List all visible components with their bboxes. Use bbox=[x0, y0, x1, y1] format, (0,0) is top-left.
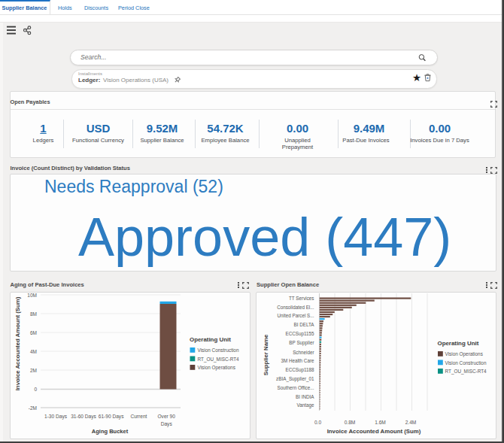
svg-text:2.4M: 2.4M bbox=[405, 420, 417, 425]
svg-text:Invoice Accounted Amount (Sum): Invoice Accounted Amount (Sum) bbox=[327, 428, 421, 435]
svg-text:Over 90: Over 90 bbox=[157, 414, 175, 419]
svg-text:-2M: -2M bbox=[29, 405, 37, 411]
svg-text:8M: 8M bbox=[30, 311, 37, 317]
svg-text:TT Services: TT Services bbox=[289, 296, 314, 301]
svg-text:BI INDIA: BI INDIA bbox=[296, 394, 314, 399]
svg-text:3M Health Care: 3M Health Care bbox=[281, 358, 314, 363]
svg-text:Operating Unit: Operating Unit bbox=[190, 336, 231, 343]
svg-text:Southern Office...: Southern Office... bbox=[278, 385, 314, 390]
svg-text:Vantage: Vantage bbox=[297, 402, 314, 408]
svg-text:BP Supplier: BP Supplier bbox=[289, 340, 314, 346]
svg-text:Consolidated El...: Consolidated El... bbox=[277, 305, 314, 310]
svg-text:Vision Operations: Vision Operations bbox=[445, 351, 483, 357]
svg-text:0.0: 0.0 bbox=[314, 420, 321, 425]
svg-text:Supplier Name: Supplier Name bbox=[263, 334, 269, 375]
svg-text:Vision Operations: Vision Operations bbox=[198, 365, 235, 371]
svg-text:31-60 Days: 31-60 Days bbox=[71, 414, 96, 420]
svg-text:Vision Construction: Vision Construction bbox=[445, 360, 487, 366]
svg-text:0.8M: 0.8M bbox=[345, 420, 356, 425]
svg-text:Days: Days bbox=[161, 421, 173, 427]
svg-text:Aging Bucket: Aging Bucket bbox=[92, 428, 129, 435]
svg-text:zBIA_Supplier_01: zBIA_Supplier_01 bbox=[276, 376, 314, 382]
svg-text:2M: 2M bbox=[30, 368, 37, 373]
svg-text:Invoice Accounted Amount (Sum): Invoice Accounted Amount (Sum) bbox=[14, 296, 21, 390]
svg-text:Vision Construction: Vision Construction bbox=[198, 347, 239, 353]
svg-text:1-30 Days: 1-30 Days bbox=[44, 414, 68, 420]
svg-text:BI DELTA: BI DELTA bbox=[293, 322, 314, 327]
svg-text:6M: 6M bbox=[30, 330, 37, 335]
svg-text:4M: 4M bbox=[30, 349, 37, 354]
svg-text:10M: 10M bbox=[27, 293, 37, 298]
svg-text:Current: Current bbox=[130, 414, 147, 419]
svg-text:RT_OU_MISC-RT4: RT_OU_MISC-RT4 bbox=[445, 369, 487, 375]
svg-text:ECCSup1155: ECCSup1155 bbox=[285, 331, 314, 337]
svg-text:ECCSup1188: ECCSup1188 bbox=[285, 367, 314, 373]
svg-text:United Parcel S...: United Parcel S... bbox=[278, 313, 314, 318]
svg-text:1.6M: 1.6M bbox=[375, 420, 386, 425]
svg-text:Operating Unit: Operating Unit bbox=[438, 340, 479, 347]
svg-text:Schneider: Schneider bbox=[293, 350, 314, 355]
svg-text:RT_OU_MISC-RT4: RT_OU_MISC-RT4 bbox=[198, 357, 240, 363]
svg-text:61-90 Days: 61-90 Days bbox=[99, 414, 124, 420]
svg-text:0: 0 bbox=[34, 387, 37, 392]
